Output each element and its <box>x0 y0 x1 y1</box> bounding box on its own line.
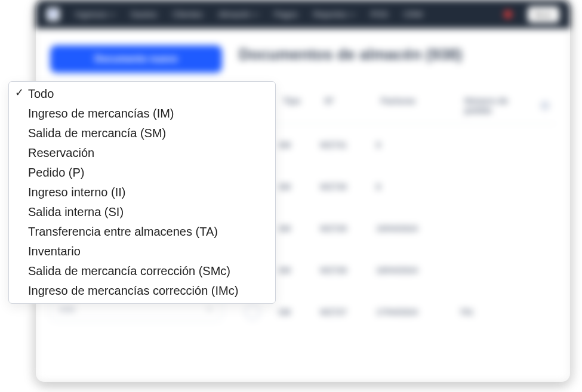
cell-fact: 17/04/2024 <box>376 307 442 317</box>
nav-almacen[interactable]: Almacén <box>218 10 258 19</box>
nav-label: Pagos <box>274 10 298 19</box>
nav-label: Reportes <box>313 10 347 19</box>
dropdown-item-reservacion[interactable]: Reservación <box>9 143 275 163</box>
dropdown-item-pedido[interactable]: Pedido (P) <box>9 163 275 183</box>
table-row[interactable]: SM WZ727 17/04/2024 791 <box>239 291 556 333</box>
dropdown-item-inventario[interactable]: Inventario <box>9 242 275 261</box>
document-type-dropdown[interactable]: Todo Ingreso de mercancías (IM) Salida d… <box>8 81 276 304</box>
cell-tipo: SM <box>278 266 302 275</box>
notification-dot-icon[interactable] <box>504 10 512 18</box>
nav-pos[interactable]: POS <box>371 10 389 19</box>
search-button[interactable]: Busc <box>528 7 559 23</box>
col-numero[interactable]: Nº <box>325 96 363 115</box>
cell-tipo: SM <box>278 182 302 192</box>
dropdown-item-imc[interactable]: Ingreso de mercancías corrección (IMc) <box>9 281 275 301</box>
cell-fact: 18/04/2024 <box>376 266 442 275</box>
col-numero-pedido[interactable]: Número de pedido <box>464 96 550 115</box>
dropdown-item-ii[interactable]: Ingreso interno (II) <box>9 183 275 202</box>
chevron-down-icon <box>350 12 355 17</box>
cell-num: WZ727 <box>320 307 358 317</box>
nav-label: Gastos <box>131 10 157 19</box>
topbar: F Ingresos Gastos Clientes Almacén Pagos… <box>36 0 570 29</box>
nav-reportes[interactable]: Reportes <box>313 10 355 19</box>
dropdown-item-smc[interactable]: Salida de mercancía corrección (SMc) <box>9 261 275 281</box>
cell-pedido: 791 <box>460 307 550 317</box>
nav-label: Ingresos <box>75 10 107 19</box>
info-icon[interactable] <box>540 101 550 110</box>
nav-label: POS <box>371 10 389 19</box>
cell-num: WZ730 <box>320 182 358 192</box>
table-row[interactable]: SM WZ728 18/04/2024 <box>239 249 556 291</box>
dropdown-item-sm[interactable]: Salida de mercancía (SM) <box>9 124 275 143</box>
cell-fact: 9 <box>376 140 442 150</box>
col-label: Número de pedido <box>464 96 537 115</box>
nav-gastos[interactable]: Gastos <box>131 10 157 19</box>
dropdown-item-si[interactable]: Salida interna (SI) <box>9 202 275 222</box>
nav-label: Clientes <box>173 10 203 19</box>
cell-tipo: SM <box>278 224 302 233</box>
cell-num: WZ729 <box>320 224 358 233</box>
filter-value: todo <box>59 304 75 314</box>
row-status-icon <box>245 304 260 320</box>
cell-fact: 8 <box>376 182 442 192</box>
cell-fact: 19/04/2024 <box>376 224 442 233</box>
page-title: Documentos de almacén (938) <box>239 45 556 64</box>
dropdown-item-im[interactable]: Ingreso de mercancías (IM) <box>9 104 275 124</box>
main-panel: Documentos de almacén (938) Tipo Nº Fact… <box>239 45 556 333</box>
nav-ingresos[interactable]: Ingresos <box>75 10 115 19</box>
cell-num: WZ731 <box>320 140 358 150</box>
cell-tipo: SM <box>278 307 302 317</box>
chevron-down-icon <box>110 12 115 17</box>
chevron-down-icon <box>253 12 258 17</box>
nav-label: CRM <box>404 10 423 19</box>
nav-clientes[interactable]: Clientes <box>173 10 203 19</box>
nav-pagos[interactable]: Pagos <box>274 10 298 19</box>
col-facturas[interactable]: Facturas <box>381 96 446 115</box>
table-row[interactable]: SM WZ731 9 <box>239 124 556 166</box>
table-header: Tipo Nº Facturas Número de pedido <box>239 88 556 124</box>
new-document-button[interactable]: Documento nuevo <box>50 45 222 73</box>
cell-tipo: SM <box>278 140 302 150</box>
app-logo-icon[interactable]: F <box>47 8 60 21</box>
table-row[interactable]: SM WZ729 19/04/2024 <box>239 208 556 249</box>
dropdown-item-ta[interactable]: Transferencia entre almacenes (TA) <box>9 222 275 242</box>
nav-crm[interactable]: CRM <box>404 10 423 19</box>
nav-label: Almacén <box>218 10 251 19</box>
col-tipo[interactable]: Tipo <box>283 96 307 115</box>
chevron-down-icon <box>206 305 213 313</box>
dropdown-item-todo[interactable]: Todo <box>9 84 275 104</box>
table-row[interactable]: SM WZ730 8 <box>239 166 556 208</box>
cell-num: WZ728 <box>320 266 358 275</box>
